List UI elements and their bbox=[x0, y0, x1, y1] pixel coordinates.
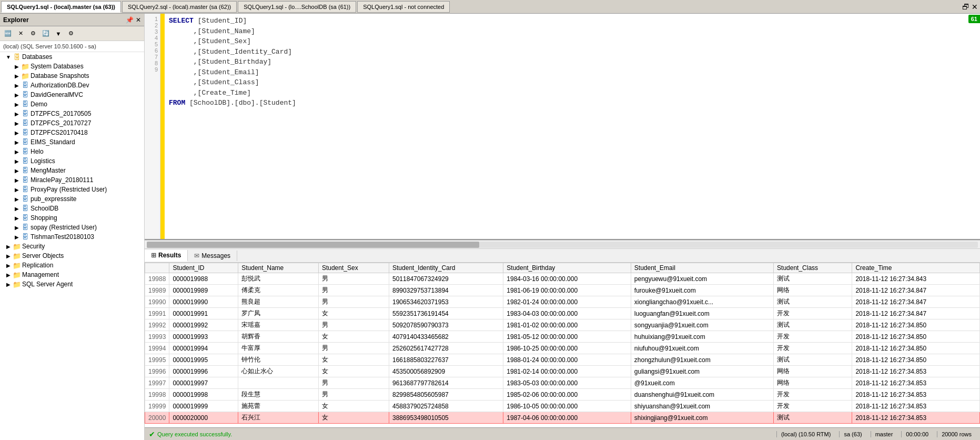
restore-window-icon[interactable]: 🗗 bbox=[962, 3, 969, 11]
tab-query2-master-62[interactable]: SQLQuery2.sql - (local).master (sa (62)) bbox=[122, 1, 237, 13]
table-row[interactable]: 199980000019998段生慧男82998548056059871985-… bbox=[145, 389, 980, 401]
filter-button[interactable]: ▼ bbox=[53, 28, 64, 39]
tree-item-database-snapshots[interactable]: ▶📁Database Snapshots bbox=[0, 71, 144, 81]
delete-button[interactable]: ✕ bbox=[15, 28, 26, 39]
expand-icon[interactable]: ▶ bbox=[4, 263, 13, 268]
expand-icon[interactable]: ▶ bbox=[13, 225, 21, 231]
expand-icon[interactable]: ▶ bbox=[13, 158, 21, 164]
expand-icon[interactable]: ▶ bbox=[13, 73, 21, 79]
expand-icon[interactable]: ▶ bbox=[13, 215, 21, 221]
table-row[interactable]: 199990000019999施苑蕾女45883790257248581986-… bbox=[145, 401, 980, 412]
close-explorer-icon[interactable]: ✕ bbox=[136, 16, 141, 24]
table-row[interactable]: 199930000019993胡辉香女40791404334656821981-… bbox=[145, 331, 980, 343]
tree-item-proxypay-(restricted-user)[interactable]: ▶🗄ProxyPay (Restricted User) bbox=[0, 185, 144, 194]
tree-item-davidgeneralmvc[interactable]: ▶🗄DavidGeneralMVC bbox=[0, 90, 144, 99]
table-cell: 1985-02-06 00:00:00.000 bbox=[503, 389, 631, 401]
content-area: 1234 56789 SELECT [Student_ID] ,[Student… bbox=[145, 14, 980, 440]
expand-icon[interactable]: ▶ bbox=[13, 92, 21, 98]
refresh-button[interactable]: 🔄 bbox=[40, 28, 52, 39]
expand-icon[interactable]: ▶ bbox=[4, 282, 13, 287]
expand-icon[interactable]: ▶ bbox=[4, 244, 13, 249]
expand-icon[interactable]: ▶ bbox=[13, 121, 21, 126]
tree-item-tishmantest20180103[interactable]: ▶🗄TishmanTest20180103 bbox=[0, 232, 144, 242]
table-cell: 0000019989 bbox=[169, 285, 238, 296]
row-number: 20000 bbox=[145, 412, 169, 424]
sql-code-editor[interactable]: SELECT [Student_ID] ,[Student_Name] ,[St… bbox=[165, 14, 980, 239]
messages-tab[interactable]: ✉ Messages bbox=[188, 251, 237, 261]
hscroll-thumb[interactable] bbox=[147, 242, 479, 248]
tree-item-dtzpfcs20170418[interactable]: ▶🗄DTZPFCS20170418 bbox=[0, 128, 144, 137]
tree-item-server-objects[interactable]: ▶📁Server Objects bbox=[0, 251, 144, 261]
expand-icon[interactable]: ▶ bbox=[13, 206, 21, 212]
col-header-student-email: Student_Email bbox=[631, 263, 773, 273]
properties-button[interactable]: ⚙ bbox=[27, 28, 39, 39]
pin-icon[interactable]: 📌 bbox=[126, 16, 134, 24]
table-cell: 2526025617427728 bbox=[389, 343, 503, 354]
tree-item-mengmaster[interactable]: ▶🗄MengMaster bbox=[0, 166, 144, 175]
table-row[interactable]: 199950000019995钟竹伦女16618858032276371988-… bbox=[145, 354, 980, 366]
table-cell: 傅柔克 bbox=[238, 285, 319, 296]
table-cell: 彭悦武 bbox=[238, 273, 319, 285]
expand-icon[interactable]: ▶ bbox=[13, 168, 21, 174]
col-header-student-id: Student_ID bbox=[169, 263, 238, 273]
table-cell: 1982-01-24 00:00:00.000 bbox=[503, 296, 631, 308]
table-row[interactable]: 199920000019992宋瑶嘉男50920785907903731981-… bbox=[145, 319, 980, 331]
table-row[interactable]: 199960000019996心如止水心女4535000568929091981… bbox=[145, 366, 980, 377]
tree-item-system-databases[interactable]: ▶📁System Databases bbox=[0, 62, 144, 71]
table-row[interactable]: 199900000019990熊良超男19065346203719531982-… bbox=[145, 296, 980, 308]
expand-icon[interactable]: ▶ bbox=[13, 83, 21, 88]
expand-icon[interactable]: ▶ bbox=[13, 177, 21, 183]
expand-icon[interactable]: ▶ bbox=[13, 102, 21, 107]
tree-item-management[interactable]: ▶📁Management bbox=[0, 270, 144, 279]
table-row[interactable]: 200000000020000石兴江女38869534980105051987-… bbox=[145, 412, 980, 424]
table-row[interactable]: 199880000019988彭悦武男50118470673249291984-… bbox=[145, 273, 980, 285]
new-object-button[interactable]: 🆕 bbox=[2, 28, 14, 39]
tab-query1-schooldb-61[interactable]: SQLQuery1.sql - (lo....SchoolDB (sa (61)… bbox=[238, 1, 356, 13]
tree-item-demo[interactable]: ▶🗄Demo bbox=[0, 99, 144, 109]
table-cell: 2018-11-12 16:27:34.847 bbox=[852, 296, 980, 308]
tree-item-authorizationdb.dev[interactable]: ▶🗄AuthorizationDB.Dev bbox=[0, 81, 144, 90]
table-cell: 石兴江 bbox=[238, 412, 319, 424]
expand-icon[interactable]: ▶ bbox=[13, 149, 21, 155]
table-row[interactable]: 199940000019994牛富厚男25260256174277281986-… bbox=[145, 343, 980, 354]
table-cell: 男 bbox=[318, 389, 389, 401]
tree-item-schooldb[interactable]: ▶🗄SchoolDB bbox=[0, 204, 144, 213]
table-row[interactable]: 199970000019997男96136877977826141983-05-… bbox=[145, 377, 980, 389]
tree-item-shopping[interactable]: ▶🗄Shopping bbox=[0, 213, 144, 223]
expand-icon[interactable]: ▶ bbox=[4, 253, 13, 259]
tree-item-pub_expresssite[interactable]: ▶🗄pub_expresssite bbox=[0, 194, 144, 204]
tree-item-dtzpfcs_20170727[interactable]: ▶🗄DTZPFCS_20170727 bbox=[0, 118, 144, 128]
table-row[interactable]: 199910000019991罗广凤女55923517361914541983-… bbox=[145, 308, 980, 319]
tree-item-helo[interactable]: ▶🗄Helo bbox=[0, 147, 144, 156]
expand-icon[interactable]: ▶ bbox=[13, 187, 21, 193]
col-header-student-birthday: Student_Birthday bbox=[503, 263, 631, 273]
databases-folder[interactable]: ▼ 🗄 Databases bbox=[0, 52, 144, 62]
expand-icon[interactable]: ▶ bbox=[13, 111, 21, 117]
tree-item-miraclepay_20180111[interactable]: ▶🗄MiraclePay_20180111 bbox=[0, 175, 144, 185]
tree-item-sopay-(restricted-user)[interactable]: ▶🗄sopay (Restricted User) bbox=[0, 223, 144, 232]
expand-icon[interactable]: ▶ bbox=[13, 64, 21, 69]
hscroll-track bbox=[147, 242, 978, 248]
expand-icon[interactable]: ▶ bbox=[13, 196, 21, 202]
results-table: Student_IDStudent_NameStudent_SexStudent… bbox=[145, 263, 980, 424]
table-cell: 钟竹伦 bbox=[238, 354, 319, 366]
tab-query1-master-63[interactable]: SQLQuery1.sql - (local).master (sa (63)) bbox=[1, 1, 121, 13]
tree-item-eims_standard[interactable]: ▶🗄EIMS_Standard bbox=[0, 137, 144, 147]
expand-icon[interactable]: ▶ bbox=[4, 272, 13, 278]
close-tab-icon[interactable]: ✕ bbox=[972, 3, 978, 11]
tree-item-sql-server-agent[interactable]: ▶📁SQL Server Agent bbox=[0, 279, 144, 289]
expand-icon[interactable]: ▶ bbox=[13, 234, 21, 240]
manage-button[interactable]: ⚙ bbox=[65, 28, 77, 39]
tree-item-dtzpfcs_20170505[interactable]: ▶🗄DTZPFCS_20170505 bbox=[0, 109, 144, 118]
table-row[interactable]: 199890000019989傅柔克男89903297537138941981-… bbox=[145, 285, 980, 296]
tree-item-security[interactable]: ▶📁Security bbox=[0, 242, 144, 251]
expand-icon[interactable]: ▶ bbox=[13, 130, 21, 136]
row-number: 19994 bbox=[145, 343, 169, 354]
editor-hscrollbar[interactable] bbox=[145, 240, 980, 248]
expand-icon[interactable]: ▶ bbox=[13, 139, 21, 145]
tab-query1-not-connected[interactable]: SQLQuery1.sql - not connected bbox=[357, 1, 450, 13]
databases-expand-icon[interactable]: ▼ bbox=[4, 54, 13, 60]
tree-item-replication[interactable]: ▶📁Replication bbox=[0, 261, 144, 270]
results-tab[interactable]: ⊞ Results bbox=[145, 250, 188, 262]
tree-item-logistics[interactable]: ▶🗄Logistics bbox=[0, 156, 144, 166]
